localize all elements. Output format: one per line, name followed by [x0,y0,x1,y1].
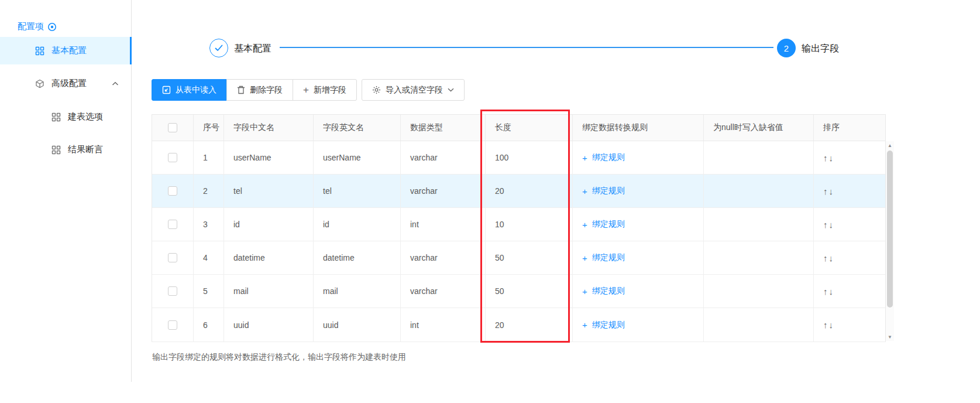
sort-up-icon[interactable]: ↑ [823,320,828,330]
cell-field-en: datetime [314,241,401,274]
select-all-checkbox[interactable] [168,123,177,132]
bind-rule-link[interactable]: +绑定规则 [582,186,625,196]
grid-icon [35,46,44,56]
table-vertical-scrollbar[interactable]: ▲ ▼ [886,141,894,341]
sort-up-icon[interactable]: ↑ [823,286,828,296]
gear-icon [372,86,381,94]
cell-data-type: int [401,308,486,341]
check-icon [214,44,223,52]
table-row[interactable]: 1userNameuserNamevarchar100+绑定规则↑↓ [152,141,885,175]
cell-bind-rule: +绑定规则 [573,175,704,207]
bind-rule-label: 绑定规则 [592,286,625,296]
cell-index: 5 [194,275,224,308]
cell-field-cn: id [224,208,314,241]
row-checkbox[interactable] [168,186,177,196]
cell-field-en: id [314,208,401,241]
bind-rule-label: 绑定规则 [592,252,625,263]
row-checkbox[interactable] [168,220,177,229]
step-2-label: 输出字段 [802,43,839,55]
bind-rule-label: 绑定规则 [592,152,625,163]
table-row[interactable]: 2teltelvarchar20+绑定规则↑↓ [152,175,885,208]
sort-up-icon[interactable]: ↑ [823,253,828,263]
sidebar-title-label: 配置项 [18,21,44,32]
cell-bind-rule: +绑定规则 [573,141,704,174]
cell-sort: ↑↓ [814,175,885,207]
sort-down-icon[interactable]: ↓ [829,253,834,263]
button-label: 导入或清空字段 [386,85,443,95]
plus-icon: + [582,320,587,330]
scrollbar-thumb[interactable] [887,151,893,308]
bind-rule-label: 绑定规则 [592,186,625,196]
sort-down-icon[interactable]: ↓ [829,286,834,296]
sort-down-icon[interactable]: ↓ [829,220,834,230]
import-or-clear-fields-button[interactable]: 导入或清空字段 [362,79,465,101]
bind-rule-link[interactable]: +绑定规则 [582,286,625,296]
sidebar: 配置项 基本配置 高级配置 建表选项 结果断言 [0,0,132,382]
cell-null-default [704,208,814,241]
aim-icon [47,22,57,32]
sidebar-item-create-table-options[interactable]: 建表选项 [0,103,132,131]
table-row[interactable]: 3ididint10+绑定规则↑↓ [152,208,885,241]
sort-down-icon[interactable]: ↓ [829,320,834,330]
table-row[interactable]: 5mailmailvarchar50+绑定规则↑↓ [152,275,885,308]
cell-bind-rule: +绑定规则 [573,208,704,241]
sidebar-item-result-assertion[interactable]: 结果断言 [0,136,132,163]
cell-index: 4 [194,241,224,274]
button-label: 从表中读入 [176,85,216,95]
scroll-down-icon[interactable]: ▼ [886,333,894,341]
sort-up-icon[interactable]: ↑ [823,186,828,196]
cell-index: 6 [194,308,224,341]
output-fields-table: 序号 字段中文名 字段英文名 数据类型 长度 绑定数据转换规则 为null时写入… [152,114,886,342]
col-header-data-type: 数据类型 [401,115,486,141]
read-table-icon [162,86,171,94]
row-checkbox[interactable] [168,153,177,162]
table-row[interactable]: 6uuiduuidint20+绑定规则↑↓ [152,308,885,341]
cell-null-default [704,275,814,308]
cell-field-cn: tel [224,175,314,207]
sidebar-item-basic-config[interactable]: 基本配置 [0,37,132,64]
cell-bind-rule: +绑定规则 [573,308,704,341]
button-label: 新增字段 [314,85,346,95]
chevron-up-icon[interactable] [112,81,119,86]
sidebar-item-label: 结果断言 [68,144,103,155]
cell-field-en: tel [314,175,401,207]
cell-sort: ↑↓ [814,241,885,274]
cell-length: 20 [486,308,573,341]
plus-icon: + [582,253,587,263]
toolbar: 从表中读入 删除字段 + 新增字段 导入或清空字段 [152,79,465,101]
row-checkbox-cell [152,141,194,174]
table-row[interactable]: 4datetimedatetimevarchar50+绑定规则↑↓ [152,241,885,275]
header-checkbox-cell [152,115,194,141]
cell-null-default [704,175,814,207]
plus-icon: + [303,85,309,95]
add-field-button[interactable]: + 新增字段 [293,79,357,101]
sort-down-icon[interactable]: ↓ [829,153,834,163]
bind-rule-link[interactable]: +绑定规则 [582,252,625,263]
row-checkbox[interactable] [168,253,177,262]
row-checkbox-cell [152,275,194,308]
sort-down-icon[interactable]: ↓ [829,186,834,196]
read-from-table-button[interactable]: 从表中读入 [152,79,227,101]
sidebar-title: 配置项 [18,21,57,32]
row-checkbox-cell [152,241,194,274]
grid-icon [51,145,61,155]
cell-null-default [704,241,814,274]
col-header-sort: 排序 [814,115,885,141]
sort-up-icon[interactable]: ↑ [823,153,828,163]
grid-icon [51,112,61,122]
delete-field-button[interactable]: 删除字段 [226,79,293,101]
row-checkbox[interactable] [168,320,177,330]
bind-rule-link[interactable]: +绑定规则 [582,219,625,230]
cell-field-cn: uuid [224,308,314,341]
sidebar-item-advanced-config[interactable]: 高级配置 [0,70,132,97]
output-fields-note: 输出字段绑定的规则将对数据进行格式化，输出字段将作为建表时使用 [152,352,406,363]
cell-data-type: varchar [401,141,486,174]
cell-null-default [704,308,814,341]
step-2-number: 2 [784,43,789,53]
col-header-null-default: 为null时写入缺省值 [704,115,814,141]
bind-rule-link[interactable]: +绑定规则 [582,152,625,163]
scroll-up-icon[interactable]: ▲ [886,141,894,149]
sort-up-icon[interactable]: ↑ [823,220,828,230]
row-checkbox[interactable] [168,286,177,296]
bind-rule-link[interactable]: +绑定规则 [582,320,625,330]
